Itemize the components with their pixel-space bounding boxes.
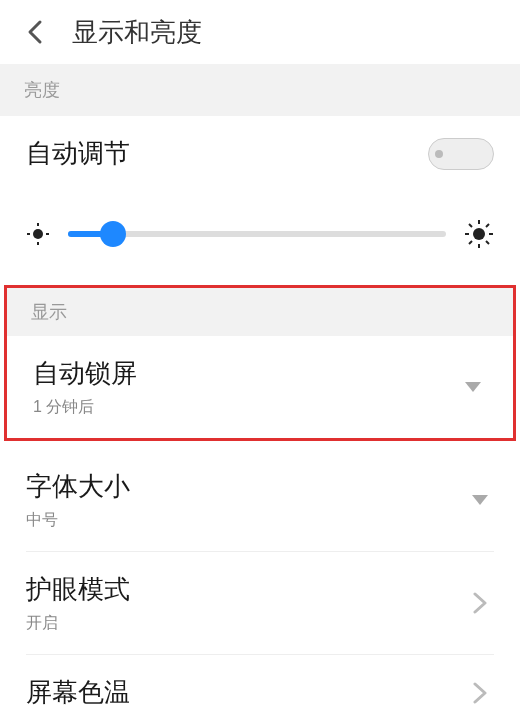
svg-point-0 (33, 229, 43, 239)
auto-lock-value: 1 分钟后 (33, 397, 137, 418)
eye-mode-value: 开启 (26, 613, 130, 634)
brightness-slider-row (0, 191, 520, 285)
font-size-value: 中号 (26, 510, 130, 531)
svg-point-5 (473, 228, 485, 240)
page-title: 显示和亮度 (72, 15, 202, 50)
svg-marker-14 (465, 382, 481, 392)
header-bar: 显示和亮度 (0, 0, 520, 64)
row-eye-mode[interactable]: 护眼模式 开启 (0, 552, 520, 654)
row-auto-lock[interactable]: 自动锁屏 1 分钟后 (7, 336, 513, 438)
svg-line-12 (469, 241, 472, 244)
section-display-label: 显示 (7, 288, 513, 336)
dropdown-icon (459, 373, 487, 401)
toggle-knob (435, 150, 443, 158)
auto-lock-label: 自动锁屏 (33, 356, 137, 391)
eye-mode-label: 护眼模式 (26, 572, 130, 607)
svg-line-10 (469, 224, 472, 227)
back-icon[interactable] (16, 12, 56, 52)
row-color-temp[interactable]: 屏幕色温 (0, 655, 520, 727)
brightness-slider[interactable] (68, 222, 446, 246)
chevron-right-icon (466, 679, 494, 707)
chevron-right-icon (466, 589, 494, 617)
section-brightness-label: 亮度 (0, 64, 520, 116)
color-temp-label: 屏幕色温 (26, 675, 130, 710)
row-auto-adjust[interactable]: 自动调节 (0, 116, 520, 191)
svg-marker-15 (472, 495, 488, 505)
dropdown-icon (466, 486, 494, 514)
highlight-box: 显示 自动锁屏 1 分钟后 (4, 285, 516, 441)
font-size-label: 字体大小 (26, 469, 130, 504)
slider-thumb[interactable] (100, 221, 126, 247)
auto-adjust-label: 自动调节 (26, 136, 130, 171)
svg-line-13 (486, 224, 489, 227)
sun-low-icon (26, 222, 50, 246)
row-font-size[interactable]: 字体大小 中号 (0, 441, 520, 551)
svg-line-11 (486, 241, 489, 244)
sun-high-icon (464, 219, 494, 249)
auto-adjust-toggle[interactable] (428, 138, 494, 170)
